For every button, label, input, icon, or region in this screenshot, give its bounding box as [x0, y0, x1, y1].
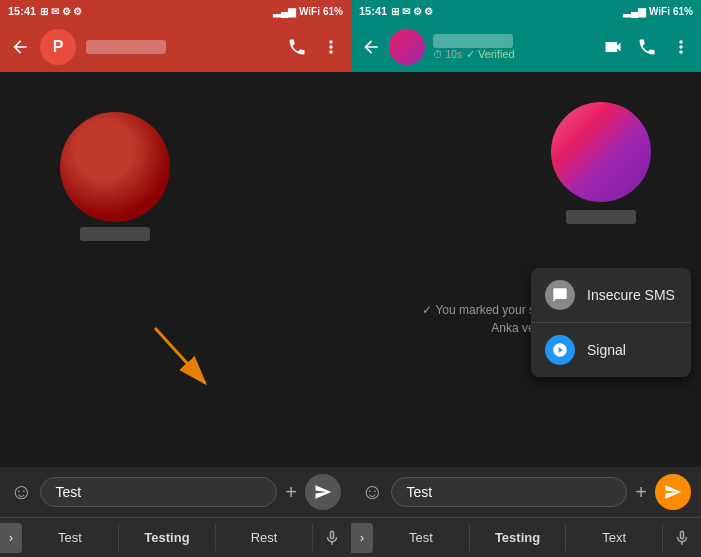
right-dropdown-menu: Insecure SMS Signal — [531, 268, 691, 377]
left-name-blur — [80, 227, 150, 241]
right-chat-avatar — [551, 102, 651, 202]
left-time: 15:41 — [8, 5, 36, 17]
left-add-button[interactable]: + — [285, 481, 297, 504]
right-signal-icon: ▂▄▆ — [623, 6, 646, 17]
insecure-sms-label: Insecure SMS — [587, 287, 675, 303]
right-keyboard-suggestions: › Test Testing Text — [351, 517, 701, 557]
left-chat-avatar — [60, 112, 170, 222]
left-header-icons — [287, 37, 341, 57]
right-contact-name — [433, 34, 513, 48]
left-mic-button[interactable] — [313, 523, 351, 553]
right-suggestion-test[interactable]: Test — [373, 524, 470, 551]
left-text-input[interactable] — [40, 477, 277, 507]
left-panel: 15:41 ⊞ ✉ ⚙ ⚙ ▂▄▆ WiFi 61% P — [0, 0, 351, 557]
left-header: P — [0, 22, 351, 72]
right-header: ⏱ 10s ✓ Verified — [351, 22, 701, 72]
left-keyboard-suggestions: › Test Testing Rest — [0, 517, 351, 557]
back-button[interactable] — [10, 37, 30, 57]
left-signal-icon: ▂▄▆ — [273, 6, 296, 17]
right-chevron-button[interactable]: › — [351, 523, 373, 553]
video-button-right[interactable] — [603, 37, 623, 57]
right-status-bar: 15:41 ⊞ ✉ ⚙ ⚙ ▂▄▆ WiFi 61% — [351, 0, 701, 22]
insecure-sms-icon — [545, 280, 575, 310]
right-suggestion-text[interactable]: Text — [566, 524, 663, 551]
orange-arrow — [145, 318, 225, 402]
back-button-right[interactable] — [361, 37, 381, 57]
left-emoji-button[interactable]: ☺ — [10, 479, 32, 505]
more-button-right[interactable] — [671, 37, 691, 57]
right-name-blur — [566, 210, 636, 224]
call-button-right[interactable] — [637, 37, 657, 57]
right-header-title: ⏱ 10s ✓ Verified — [433, 34, 595, 61]
left-battery: 61% — [323, 6, 343, 17]
left-status-icons: ⊞ ✉ ⚙ ⚙ — [40, 6, 82, 17]
right-add-button[interactable]: + — [635, 481, 647, 504]
left-avatar: P — [40, 29, 76, 65]
right-chat-area: ✓ You marked your safety number with Ank… — [351, 72, 701, 467]
right-emoji-button[interactable]: ☺ — [361, 479, 383, 505]
right-input-area: ☺ + — [351, 467, 701, 517]
right-panel: 15:41 ⊞ ✉ ⚙ ⚙ ▂▄▆ WiFi 61% ⏱ 10s ✓ Verif… — [351, 0, 701, 557]
signal-label: Signal — [587, 342, 626, 358]
right-avatar — [389, 29, 425, 65]
right-battery: 61% — [673, 6, 693, 17]
right-header-icons — [603, 37, 691, 57]
svg-line-1 — [155, 328, 205, 383]
signal-icon — [545, 335, 575, 365]
left-input-area: ☺ + — [0, 467, 351, 517]
left-suggestion-testing[interactable]: Testing — [119, 524, 216, 551]
left-suggestion-test[interactable]: Test — [22, 524, 119, 551]
right-wifi-icon: WiFi — [649, 6, 670, 17]
left-wifi-icon: WiFi — [299, 6, 320, 17]
more-button-left[interactable] — [321, 37, 341, 57]
left-header-title — [86, 40, 277, 54]
right-verified-status: ⏱ 10s ✓ Verified — [433, 48, 595, 61]
left-chevron-button[interactable]: › — [0, 523, 22, 553]
dropdown-signal[interactable]: Signal — [531, 323, 691, 377]
right-text-input[interactable] — [391, 477, 627, 507]
left-status-bar: 15:41 ⊞ ✉ ⚙ ⚙ ▂▄▆ WiFi 61% — [0, 0, 351, 22]
dropdown-insecure-sms[interactable]: Insecure SMS — [531, 268, 691, 323]
left-suggestion-rest[interactable]: Rest — [216, 524, 313, 551]
right-send-button[interactable] — [655, 474, 691, 510]
left-chat-area — [0, 72, 351, 467]
right-mic-button[interactable] — [663, 523, 701, 553]
right-status-icons: ⊞ ✉ ⚙ ⚙ — [391, 6, 433, 17]
call-button-left[interactable] — [287, 37, 307, 57]
left-contact-name — [86, 40, 166, 54]
left-send-button[interactable] — [305, 474, 341, 510]
right-suggestion-testing[interactable]: Testing — [470, 524, 567, 551]
right-time: 15:41 — [359, 5, 387, 17]
